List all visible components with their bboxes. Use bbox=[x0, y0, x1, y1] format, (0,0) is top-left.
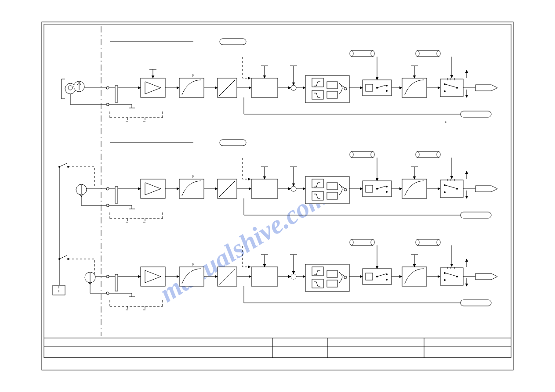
svg-point-106 bbox=[386, 186, 388, 187]
svg-rect-99 bbox=[327, 192, 337, 199]
svg-rect-109 bbox=[352, 151, 373, 158]
svg-rect-55 bbox=[417, 50, 439, 57]
svg-point-186 bbox=[444, 279, 446, 281]
sum-node bbox=[291, 85, 296, 90]
svg-rect-147 bbox=[179, 267, 204, 286]
svg-rect-81 bbox=[179, 179, 204, 198]
channel-3: µ bbox=[85, 239, 497, 310]
channel-1: µ bbox=[62, 39, 497, 123]
svg-rect-64 bbox=[461, 111, 491, 117]
sensor-input bbox=[62, 79, 84, 99]
svg-text:µ: µ bbox=[192, 262, 194, 266]
svg-rect-123 bbox=[417, 151, 439, 158]
svg-rect-98 bbox=[327, 183, 337, 190]
terminal-in-hi bbox=[106, 86, 109, 89]
svg-rect-79 bbox=[141, 179, 165, 198]
filter-note: µ bbox=[192, 73, 194, 77]
svg-rect-139 bbox=[115, 274, 118, 291]
svg-line-204 bbox=[59, 255, 67, 259]
status-note: ≤ bbox=[445, 120, 446, 123]
lowpass-block bbox=[179, 78, 204, 97]
svg-point-56 bbox=[416, 50, 419, 57]
svg-rect-33 bbox=[327, 82, 337, 89]
lowpass2-block bbox=[402, 78, 427, 97]
svg-rect-114 bbox=[402, 179, 427, 198]
svg-rect-73 bbox=[115, 187, 118, 203]
svg-rect-180 bbox=[402, 267, 427, 286]
svg-point-124 bbox=[416, 151, 419, 158]
svg-point-119 bbox=[444, 184, 446, 186]
svg-point-176 bbox=[350, 239, 353, 245]
svg-line-201 bbox=[59, 163, 67, 167]
svg-rect-165 bbox=[327, 280, 337, 287]
svg-point-40 bbox=[386, 85, 388, 86]
svg-rect-118 bbox=[440, 180, 463, 198]
svg-rect-87 bbox=[251, 179, 278, 198]
svg-point-172 bbox=[386, 273, 388, 275]
svg-point-125 bbox=[437, 151, 440, 158]
svg-text:µ: µ bbox=[192, 174, 194, 178]
svg-rect-66 bbox=[220, 140, 246, 146]
svg-point-44 bbox=[350, 50, 353, 57]
svg-point-173 bbox=[386, 279, 388, 281]
svg-rect-34 bbox=[327, 91, 337, 98]
schematic-canvas: manualshive.com µ bbox=[0, 0, 555, 392]
svg-point-45 bbox=[371, 50, 374, 57]
svg-point-52 bbox=[444, 90, 446, 92]
svg-rect-198 bbox=[461, 300, 491, 306]
svg-point-91 bbox=[291, 186, 296, 191]
svg-point-110 bbox=[350, 151, 353, 158]
svg-point-157 bbox=[291, 274, 296, 279]
svg-rect-132 bbox=[461, 212, 491, 218]
svg-point-138 bbox=[106, 292, 109, 295]
svg-point-190 bbox=[416, 239, 419, 245]
svg-rect-32 bbox=[312, 90, 323, 99]
svg-point-72 bbox=[106, 204, 109, 207]
svg-point-191 bbox=[437, 239, 440, 245]
svg-point-111 bbox=[371, 151, 374, 158]
svg-point-69 bbox=[106, 187, 109, 190]
svg-point-51 bbox=[444, 83, 446, 85]
svg-rect-31 bbox=[312, 78, 323, 87]
svg-point-187 bbox=[456, 276, 458, 277]
svg-rect-43 bbox=[352, 50, 373, 57]
svg-rect-97 bbox=[312, 191, 323, 200]
output-switch-block bbox=[440, 79, 463, 97]
svg-rect-96 bbox=[312, 179, 323, 188]
svg-rect-162 bbox=[312, 267, 323, 276]
hold-block bbox=[251, 78, 278, 97]
svg-point-53 bbox=[456, 87, 458, 89]
svg-rect-175 bbox=[352, 239, 373, 245]
amplifier-block bbox=[141, 78, 165, 97]
svg-point-120 bbox=[444, 191, 446, 193]
svg-point-177 bbox=[371, 239, 374, 245]
svg-point-57 bbox=[437, 50, 440, 57]
svg-point-135 bbox=[106, 275, 109, 278]
svg-point-121 bbox=[456, 188, 458, 190]
svg-rect-184 bbox=[440, 268, 463, 285]
source-cyl-top bbox=[350, 50, 374, 57]
svg-rect-104 bbox=[366, 185, 373, 192]
svg-point-107 bbox=[386, 191, 388, 193]
terminal-in-lo bbox=[106, 103, 109, 106]
source-cyl-out bbox=[416, 50, 440, 57]
svg-point-41 bbox=[386, 90, 388, 92]
svg-rect-164 bbox=[327, 270, 337, 277]
chip-label bbox=[220, 39, 246, 45]
svg-rect-153 bbox=[251, 267, 278, 286]
output-tag bbox=[475, 85, 497, 91]
shunt-resistor bbox=[115, 86, 118, 102]
svg-rect-38 bbox=[366, 84, 373, 91]
svg-rect-170 bbox=[366, 273, 373, 280]
svg-rect-189 bbox=[417, 239, 439, 245]
status-pill bbox=[461, 111, 491, 117]
svg-rect-163 bbox=[312, 279, 323, 288]
svg-rect-145 bbox=[141, 267, 165, 286]
svg-point-185 bbox=[444, 272, 446, 274]
